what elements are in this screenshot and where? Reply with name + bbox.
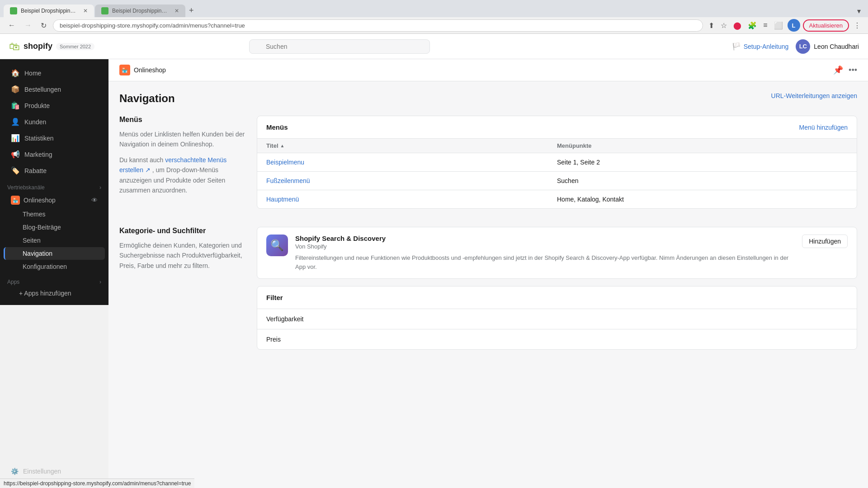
back-button[interactable]: ← [5, 19, 18, 31]
add-apps-item[interactable]: + Apps hinzufügen [0, 287, 108, 300]
menu-row-3-link[interactable]: Hauptmenü [266, 196, 557, 203]
menus-col-title: Titel ▲ [266, 142, 557, 149]
menus-section-desc: Menüs oder Linklisten helfen Kunden bei … [119, 129, 246, 150]
browser-tab-1[interactable]: Beispiel Dropshipping Store ·... ✕ [4, 5, 94, 17]
screenshot-icon[interactable]: ⬜ [772, 19, 785, 32]
menus-section: Menüs Menüs oder Linklisten helfen Kunde… [119, 116, 857, 216]
table-row: Fußzeilenmenü Suchen [257, 172, 857, 190]
menus-col-items: Menüpunkte [557, 142, 848, 149]
sidebar-sub-navigation[interactable]: Navigation [4, 247, 105, 260]
tab-label-2: Beispiel Dropshipping Store [112, 8, 169, 14]
address-bar[interactable]: beispiel-dropshipping-store.myshopify.co… [53, 19, 703, 32]
filter-card: Filter Verfügbarkeit Preis [257, 286, 857, 350]
add-menu-link[interactable]: Menü hinzufügen [799, 124, 848, 131]
share-icon[interactable]: ⬆ [707, 19, 716, 32]
sidebar-sub-themes[interactable]: Themes [4, 208, 105, 221]
tab-list-button[interactable]: ▾ [854, 5, 864, 17]
sidebar-sub-blog[interactable]: Blog-Beiträge [4, 221, 105, 234]
shopify-season: Sommer 2022 [56, 43, 94, 50]
sidebar-item-home[interactable]: 🏠 Home [4, 65, 105, 81]
menu-icon[interactable]: ⋮ [852, 19, 863, 32]
onlineshop-label: Onlineshop [24, 197, 56, 204]
pin-icon[interactable]: 📌 [833, 65, 843, 75]
main-content: 🏠 Home 📦 Bestellungen 🛍️ Produkte 👤 Kund… [0, 59, 868, 488]
content-subheader: 🏪 Onlineshop 📌 ••• [108, 59, 868, 81]
sidebar-item-label-bestellungen: Bestellungen [24, 86, 61, 93]
onlineshop-badge: 🏪 Onlineshop [119, 65, 166, 75]
browser-tab-2[interactable]: Beispiel Dropshipping Store ✕ [95, 5, 185, 17]
shopify-brand-text: shopify [24, 42, 52, 51]
header-right: 🏳️ Setup-Anleitung LC Leon Chaudhari [732, 39, 859, 54]
new-tab-button[interactable]: + [185, 4, 198, 17]
sidebar-item-label-rabatte: Rabatte [24, 167, 47, 174]
marketing-icon: 📢 [11, 150, 20, 159]
tab-favicon-2 [101, 7, 108, 14]
sidebar-item-label-statistiken: Statistiken [24, 135, 54, 142]
sidebar-item-bestellungen[interactable]: 📦 Bestellungen [4, 81, 105, 97]
discovery-app-icon: 🔍 [266, 235, 288, 256]
sidebar-sub-konfigurationen[interactable]: Konfigurationen [4, 260, 105, 273]
sidebar-item-label-produkte: Produkte [24, 102, 50, 109]
chrome-user-avatar[interactable]: L [788, 19, 800, 32]
sidebar-item-rabatte[interactable]: 🏷️ Rabatte [4, 163, 105, 178]
sidebar-sub-seiten[interactable]: Seiten [4, 234, 105, 247]
discounts-icon: 🏷️ [11, 166, 20, 175]
sidebar-item-produkte[interactable]: 🛍️ Produkte [4, 98, 105, 113]
discovery-add-button[interactable]: Hinzufügen [802, 235, 848, 248]
content-area: 🏪 Onlineshop 📌 ••• Navigation URL-Weiter… [108, 59, 868, 488]
setup-link-text: Setup-Anleitung [744, 43, 789, 50]
discovery-card-inner: 🔍 Shopify Search & Discovery Von Shopify… [257, 227, 857, 278]
menus-section-title: Menüs [119, 116, 246, 124]
sidebar-item-settings[interactable]: ⚙️ Einstellungen [4, 464, 103, 479]
setup-link[interactable]: 🏳️ Setup-Anleitung [732, 42, 789, 51]
vertriebskanaele-chevron: › [99, 184, 101, 191]
apps-text: Apps [7, 279, 19, 285]
sort-icon: ▲ [280, 143, 285, 148]
tab-close-1[interactable]: ✕ [83, 8, 88, 14]
sidebar-item-onlineshop[interactable]: 🏪 Onlineshop 👁 [4, 193, 105, 207]
user-name: Leon Chaudhari [814, 43, 859, 50]
url-redirect-link[interactable]: URL-Weiterleitungen anzeigen [771, 92, 857, 99]
menu-row-1-items: Seite 1, Seite 2 [557, 159, 848, 166]
flag-icon: 🏳️ [732, 42, 741, 51]
search-input[interactable] [249, 39, 430, 54]
update-button[interactable]: Aktualisieren [803, 19, 849, 32]
table-row: Hauptmenü Home, Katalog, Kontakt [257, 190, 857, 208]
sidebar-item-label-kunden: Kunden [24, 118, 46, 126]
user-avatar: LC [796, 39, 810, 54]
extension-icon[interactable]: 🧩 [746, 19, 759, 32]
filter-preis-label: Preis [266, 336, 281, 343]
sidebar-item-label-home: Home [24, 70, 41, 77]
tab-favicon-1 [10, 7, 17, 14]
reload-button[interactable]: ↻ [38, 19, 49, 32]
opera-icon: ⬤ [731, 19, 743, 32]
filter-row-preis: Preis [257, 329, 857, 349]
settings-label: Einstellungen [23, 468, 61, 475]
sidebar-wrapper: 🏠 Home 📦 Bestellungen 🛍️ Produkte 👤 Kund… [0, 59, 108, 488]
sidebar-item-statistiken[interactable]: 📊 Statistiken [4, 130, 105, 146]
wallet-icon[interactable]: ≡ [761, 19, 769, 31]
app-header: 🛍 shopify Sommer 2022 🔍 🏳️ Setup-Anleitu… [0, 34, 868, 59]
page-header: Navigation URL-Weiterleitungen anzeigen [119, 92, 857, 105]
filter-section-desc: Ermögliche deinen Kunden, Kategorien und… [119, 240, 246, 271]
onlineshop-icon: 🏪 [11, 196, 20, 205]
page-content: Navigation URL-Weiterleitungen anzeigen … [108, 81, 868, 361]
menu-row-1-link[interactable]: Beispielmenu [266, 159, 557, 166]
discovery-desc: Filtereinstellungen und neue Funktionen … [295, 253, 795, 271]
menus-card-title: Menüs [266, 123, 288, 131]
sidebar-item-kunden[interactable]: 👤 Kunden [4, 114, 105, 130]
menu-row-2-link[interactable]: Fußzeilenmenü [266, 177, 557, 184]
menus-right-col: Menüs Menü hinzufügen Titel ▲ Menüpunkte… [257, 116, 857, 216]
address-text: beispiel-dropshipping-store.myshopify.co… [60, 22, 245, 29]
forward-button[interactable]: → [22, 19, 34, 31]
menus-desc-extra: Du kannst auch verschachtelte Menüs erst… [119, 155, 246, 196]
bookmark-icon[interactable]: ☆ [719, 19, 729, 32]
user-section[interactable]: LC Leon Chaudhari [796, 39, 859, 54]
shopify-icon: 🛍 [9, 40, 20, 53]
more-icon[interactable]: ••• [849, 66, 857, 75]
eye-icon: 👁 [91, 197, 98, 204]
sidebar-item-marketing[interactable]: 📢 Marketing [4, 146, 105, 162]
subheader-actions: 📌 ••• [833, 65, 857, 75]
tab-close-2[interactable]: ✕ [175, 8, 179, 14]
sidebar: 🏠 Home 📦 Bestellungen 🛍️ Produkte 👤 Kund… [0, 59, 108, 305]
